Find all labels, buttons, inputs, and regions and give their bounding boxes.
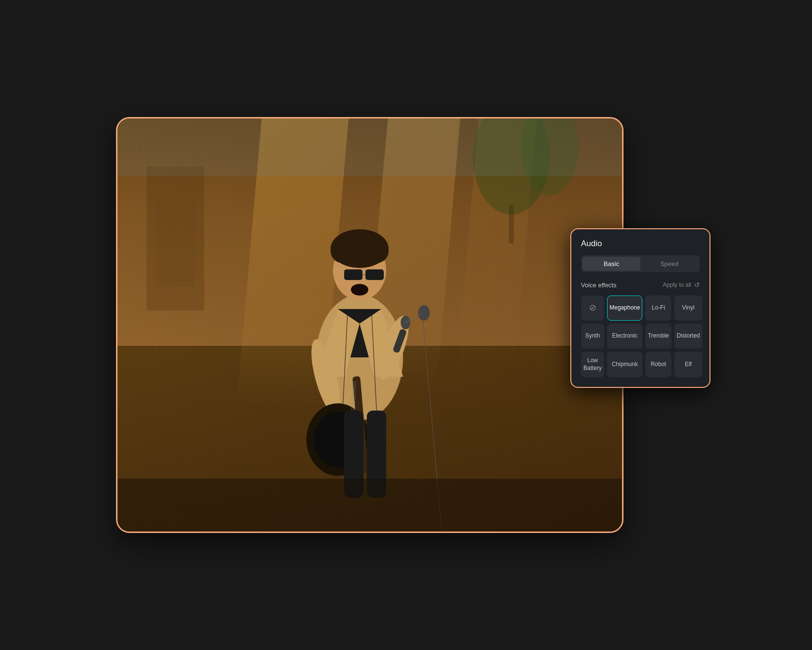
tab-speed[interactable]: Speed <box>640 257 698 271</box>
effect-lofi[interactable]: Lo-Fi <box>645 295 671 321</box>
effect-none[interactable]: ⊘ <box>581 295 604 321</box>
photo-background <box>117 118 622 532</box>
apply-all-button[interactable]: Apply to all ↺ <box>663 281 700 289</box>
effect-distorted[interactable]: Distorted <box>674 324 702 349</box>
effects-grid: ⊘ Megaphone Lo-Fi Vinyl Synth Electronic… <box>581 295 700 377</box>
svg-point-6 <box>354 233 375 254</box>
svg-rect-24 <box>344 411 363 498</box>
effect-tremble[interactable]: Tremble <box>645 324 671 349</box>
panel-title: Audio <box>581 239 700 249</box>
tab-basic[interactable]: Basic <box>582 257 640 271</box>
effect-vinyl[interactable]: Vinyl <box>674 295 702 321</box>
section-header: Voice effects Apply to all ↺ <box>581 281 700 289</box>
effect-synth[interactable]: Synth <box>581 324 604 349</box>
effect-chipmunk[interactable]: Chipmunk <box>607 352 642 377</box>
effect-low-battery[interactable]: Low Battery <box>581 352 604 377</box>
effect-electronic[interactable]: Electronic <box>607 324 642 349</box>
svg-point-10 <box>351 284 368 295</box>
apply-all-label: Apply to all <box>663 281 691 288</box>
svg-point-29 <box>418 305 430 321</box>
effect-elf[interactable]: Elf <box>674 352 702 377</box>
effect-robot[interactable]: Robot <box>645 352 671 377</box>
svg-line-28 <box>422 314 442 532</box>
section-title: Voice effects <box>581 281 616 289</box>
reset-icon: ↺ <box>694 281 700 289</box>
svg-rect-7 <box>344 269 362 280</box>
none-icon: ⊘ <box>589 302 596 313</box>
photo-card <box>116 117 624 533</box>
effect-megaphone[interactable]: Megaphone <box>607 295 642 321</box>
svg-rect-25 <box>367 411 386 498</box>
musician-figure <box>258 193 461 532</box>
scene-container: Audio Basic Speed Voice effects Apply to… <box>116 88 696 562</box>
tab-bar: Basic Speed <box>581 255 700 272</box>
svg-rect-8 <box>365 269 384 280</box>
audio-panel: Audio Basic Speed Voice effects Apply to… <box>570 228 710 388</box>
